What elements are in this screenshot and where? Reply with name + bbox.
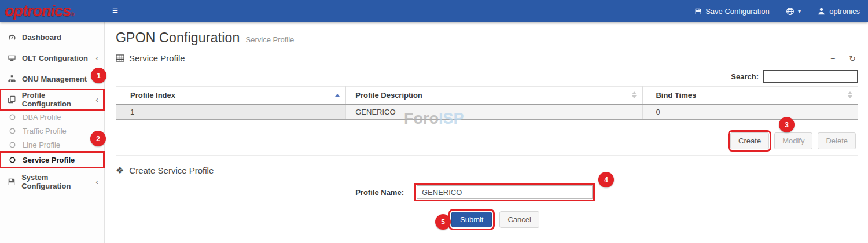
hamburger-icon[interactable]: ≡ bbox=[112, 5, 118, 17]
sidebar-item-traffic-profile[interactable]: Traffic Profile bbox=[0, 124, 104, 138]
profile-name-input[interactable] bbox=[417, 185, 593, 199]
cell-profile-index: 1 bbox=[116, 104, 346, 120]
sidebar-item-label: DBA Profile bbox=[23, 113, 61, 122]
sidebar-item-label: Line Profile bbox=[23, 141, 60, 149]
chevron-left-icon: ‹ bbox=[95, 95, 98, 104]
main-content: GPON Configuration Service Profile Servi… bbox=[105, 22, 868, 243]
sidebar-item-label: System Configuration bbox=[21, 173, 95, 190]
table-actions: Create Modify Delete bbox=[116, 132, 858, 149]
search-input[interactable] bbox=[763, 70, 858, 83]
chevron-left-icon: ‹ bbox=[95, 177, 98, 186]
step-badge-3: 3 bbox=[779, 117, 795, 132]
submit-button[interactable]: Submit bbox=[451, 212, 492, 227]
column-header-profile-index[interactable]: Profile Index bbox=[116, 87, 346, 104]
sidebar-item-olt-configuration[interactable]: OLT Configuration ‹ bbox=[0, 47, 104, 68]
sitemap-icon bbox=[7, 75, 17, 83]
brand-text: optronics bbox=[5, 2, 71, 20]
circle-icon bbox=[8, 114, 17, 120]
sidebar-item-profile-configuration[interactable]: Profile Configuration ‹ bbox=[0, 89, 104, 110]
modify-button[interactable]: Modify bbox=[774, 132, 812, 149]
profile-name-row: Profile Name: bbox=[116, 185, 858, 199]
sidebar-item-label: Profile Configuration bbox=[22, 91, 96, 108]
caret-down-icon: ▾ bbox=[798, 8, 801, 15]
cubes-icon: ❖ bbox=[116, 165, 124, 176]
search-row: Search: bbox=[116, 70, 858, 83]
refresh-panel-icon[interactable]: ↻ bbox=[849, 54, 856, 62]
registered-mark: ® bbox=[71, 12, 74, 17]
create-section-title: Create Service Profile bbox=[129, 165, 214, 175]
page-subtitle: Service Profile bbox=[246, 35, 295, 44]
cell-bind-times: 0 bbox=[643, 104, 858, 120]
cell-profile-description: GENERICO bbox=[346, 104, 643, 120]
sort-asc-icon bbox=[335, 94, 340, 97]
service-profile-panel-header: Service Profile − ↻ bbox=[116, 53, 858, 63]
panel-title: Service Profile bbox=[129, 53, 185, 63]
copy-icon bbox=[7, 95, 17, 104]
sort-both-icon bbox=[848, 91, 852, 98]
page-header: GPON Configuration Service Profile bbox=[116, 22, 858, 46]
username-label: optronics bbox=[829, 7, 860, 16]
chevron-left-icon: ‹ bbox=[95, 53, 98, 62]
step-badge-4: 4 bbox=[598, 172, 614, 187]
save-configuration-button[interactable]: Save Configuration bbox=[694, 7, 770, 16]
circle-icon bbox=[8, 142, 17, 148]
circle-icon bbox=[8, 157, 17, 163]
sort-both-icon bbox=[632, 91, 637, 98]
create-service-profile-header: ❖ Create Service Profile bbox=[116, 165, 858, 176]
floppy-icon bbox=[7, 178, 16, 186]
section-divider bbox=[116, 155, 858, 156]
page-title: GPON Configuration bbox=[116, 30, 240, 46]
step-badge-2: 2 bbox=[90, 131, 106, 146]
column-label: Profile Index bbox=[130, 91, 175, 100]
step-badge-1: 1 bbox=[91, 68, 106, 83]
collapse-panel-icon[interactable]: − bbox=[830, 54, 835, 62]
sidebar-item-dashboard[interactable]: Dashboard bbox=[0, 27, 104, 47]
sidebar-item-label: Traffic Profile bbox=[23, 127, 67, 135]
table-icon bbox=[116, 54, 124, 62]
sidebar-item-label: Service Profile bbox=[23, 156, 75, 164]
globe-icon bbox=[786, 7, 795, 16]
circle-icon bbox=[8, 128, 17, 134]
dashboard-icon bbox=[7, 33, 17, 42]
user-menu[interactable]: optronics bbox=[817, 7, 860, 16]
column-label: Profile Description bbox=[355, 91, 422, 100]
sidebar-item-onu-management[interactable]: ONU Management ‹ bbox=[0, 68, 104, 89]
brand-logo[interactable]: optronics® bbox=[0, 0, 105, 22]
language-dropdown[interactable]: ▾ bbox=[786, 7, 801, 16]
column-header-profile-description[interactable]: Profile Description bbox=[346, 87, 643, 104]
desktop-icon bbox=[7, 54, 17, 62]
user-icon bbox=[817, 7, 826, 16]
save-icon bbox=[694, 8, 702, 15]
delete-button[interactable]: Delete bbox=[818, 132, 856, 149]
sidebar-item-dba-profile[interactable]: DBA Profile bbox=[0, 110, 104, 124]
save-configuration-label: Save Configuration bbox=[705, 7, 770, 16]
top-navbar: optronics® ≡ Save Configuration ▾ optron… bbox=[0, 0, 868, 22]
sidebar: Dashboard OLT Configuration ‹ ONU Manage… bbox=[0, 22, 105, 243]
column-label: Bind Times bbox=[656, 91, 696, 100]
sidebar-item-label: ONU Management bbox=[22, 75, 87, 83]
sidebar-item-label: Dashboard bbox=[22, 33, 61, 42]
form-actions: Submit Cancel bbox=[116, 211, 858, 228]
create-button[interactable]: Create bbox=[730, 132, 769, 149]
service-profile-table: Profile Index Profile Description Bind T… bbox=[116, 86, 858, 120]
profile-name-label: Profile Name: bbox=[116, 188, 417, 197]
column-header-bind-times[interactable]: Bind Times bbox=[643, 87, 858, 104]
sidebar-item-label: OLT Configuration bbox=[22, 54, 88, 62]
sidebar-item-service-profile[interactable]: Service Profile bbox=[0, 152, 104, 168]
search-label: Search: bbox=[731, 72, 759, 81]
table-row[interactable]: 1 GENERICO 0 bbox=[116, 104, 858, 120]
cancel-button[interactable]: Cancel bbox=[499, 211, 539, 228]
step-badge-5: 5 bbox=[435, 214, 451, 230]
sidebar-item-system-configuration[interactable]: System Configuration ‹ bbox=[0, 171, 104, 192]
sidebar-item-line-profile[interactable]: Line Profile bbox=[0, 138, 104, 152]
